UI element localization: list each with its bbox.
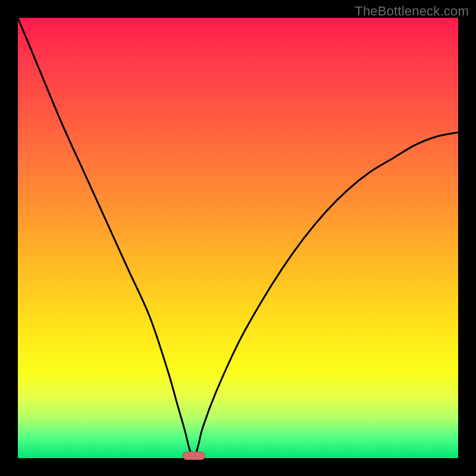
bottleneck-curve <box>18 18 458 458</box>
curve-svg <box>18 18 458 458</box>
plot-area <box>18 18 458 458</box>
outer-frame: TheBottleneck.com <box>0 0 476 476</box>
minimum-marker <box>183 452 205 460</box>
watermark-text: TheBottleneck.com <box>355 4 469 19</box>
